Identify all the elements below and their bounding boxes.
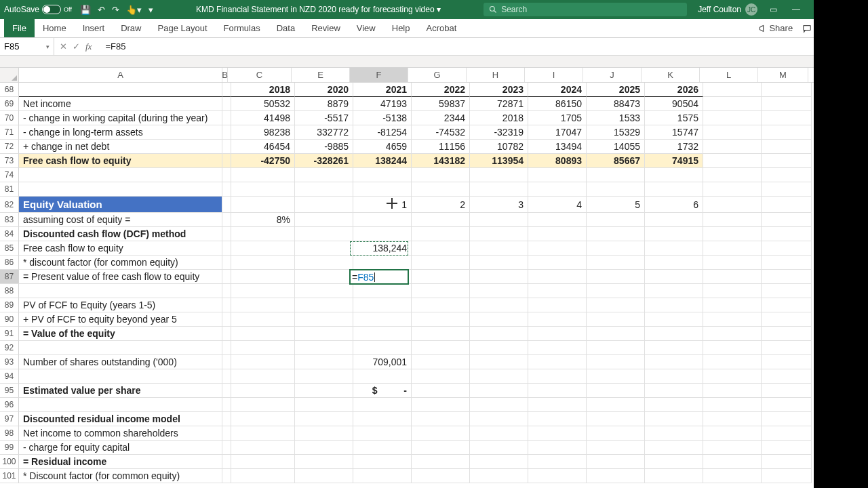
cell[interactable]: 143182 [412,154,470,168]
row-head[interactable]: 90 [0,312,19,327]
cell[interactable] [222,412,231,426]
cell[interactable] [231,182,295,197]
cell[interactable] [762,384,812,398]
cell[interactable] [703,140,762,154]
cell[interactable] [470,469,528,483]
cell[interactable] [19,182,222,197]
cell[interactable] [19,284,222,298]
cell[interactable] [762,284,812,298]
row-head[interactable]: 96 [0,398,19,412]
cell[interactable] [528,384,587,398]
cell[interactable] [295,182,353,197]
autosave-switch-icon[interactable] [42,5,61,14]
cell[interactable] [353,341,412,355]
tab-home[interactable]: Home [35,19,75,37]
cell[interactable]: - change in long-term assets [19,125,222,140]
cell[interactable] [645,441,703,455]
cell[interactable] [412,469,470,483]
cell[interactable]: 5 [587,197,645,213]
cell[interactable] [412,355,470,369]
cell[interactable] [19,369,222,384]
cell[interactable] [703,441,762,455]
cell[interactable]: 41498 [231,111,295,125]
col-head-K[interactable]: K [642,68,700,82]
cell[interactable] [412,455,470,469]
cell[interactable] [645,455,703,469]
cell[interactable] [295,227,353,241]
cell[interactable] [762,455,812,469]
cell[interactable] [470,213,528,227]
cell[interactable] [353,284,412,298]
cell[interactable]: 2018 [470,111,528,125]
row-head[interactable]: 98 [0,426,19,441]
col-head-E[interactable]: E [292,68,350,82]
cell[interactable] [587,384,645,398]
cell[interactable] [231,426,295,441]
cell[interactable] [762,111,812,125]
col-head-F[interactable]: F [350,68,408,82]
row-head[interactable]: 71 [0,125,19,140]
row-head[interactable]: 82 [0,197,19,213]
col-head-L[interactable]: L [700,68,758,82]
cell[interactable]: -5138 [353,111,412,125]
cell[interactable] [231,369,295,384]
cell[interactable] [412,341,470,355]
cell[interactable] [762,298,812,312]
cell[interactable] [645,227,703,241]
cell[interactable]: 138244 [353,154,412,168]
cell[interactable]: 80893 [528,154,587,168]
cell[interactable] [645,270,703,284]
cell[interactable]: 332772 [295,125,353,140]
cell[interactable]: 90504 [645,97,703,111]
accept-formula-icon[interactable]: ✓ [73,41,80,52]
row-head[interactable]: 100 [0,455,19,469]
cell[interactable] [353,426,412,441]
cell[interactable] [528,213,587,227]
cell[interactable] [222,256,231,270]
cell[interactable]: 2026 [645,83,703,97]
touch-mode-icon[interactable]: 👆▾ [126,5,142,15]
cell[interactable] [645,256,703,270]
cell[interactable] [528,341,587,355]
cell[interactable]: * discount factor (for common equity) [19,256,222,270]
cell[interactable] [222,97,231,111]
redo-icon[interactable]: ↷ [112,5,119,15]
cell[interactable] [703,369,762,384]
cell[interactable]: 1533 [587,111,645,125]
cell[interactable] [703,125,762,140]
row-head[interactable]: 86 [0,256,19,270]
section-header[interactable]: Equity Valuation [19,197,222,213]
cell[interactable]: 10782 [470,140,528,154]
cell[interactable] [412,270,470,284]
cell[interactable] [295,213,353,227]
cell[interactable] [587,182,645,197]
cell[interactable] [222,182,231,197]
cell[interactable] [762,197,812,213]
cell[interactable]: 46454 [231,140,295,154]
cell[interactable] [295,412,353,426]
cell[interactable] [762,227,812,241]
user-account[interactable]: Jeff Coulton JC [698,3,757,16]
cell[interactable]: 2025 [587,83,645,97]
cell[interactable] [353,168,412,182]
cell[interactable] [295,197,353,213]
cell[interactable] [222,355,231,369]
cell[interactable] [762,182,812,197]
cell[interactable] [645,384,703,398]
cell[interactable]: Net income to common shareholders [19,426,222,441]
cell[interactable] [703,197,762,213]
cell[interactable] [762,441,812,455]
cell[interactable] [528,241,587,256]
share-button[interactable]: Share [757,23,793,33]
tab-help[interactable]: Help [384,19,418,37]
cell[interactable] [231,284,295,298]
cell[interactable] [470,369,528,384]
cell[interactable] [703,312,762,327]
cell[interactable]: - change in working capital (during the … [19,111,222,125]
cell[interactable] [528,426,587,441]
cell[interactable] [587,256,645,270]
cell[interactable] [412,213,470,227]
cell[interactable] [703,327,762,341]
cell[interactable] [412,441,470,455]
row-head[interactable]: 84 [0,227,19,241]
